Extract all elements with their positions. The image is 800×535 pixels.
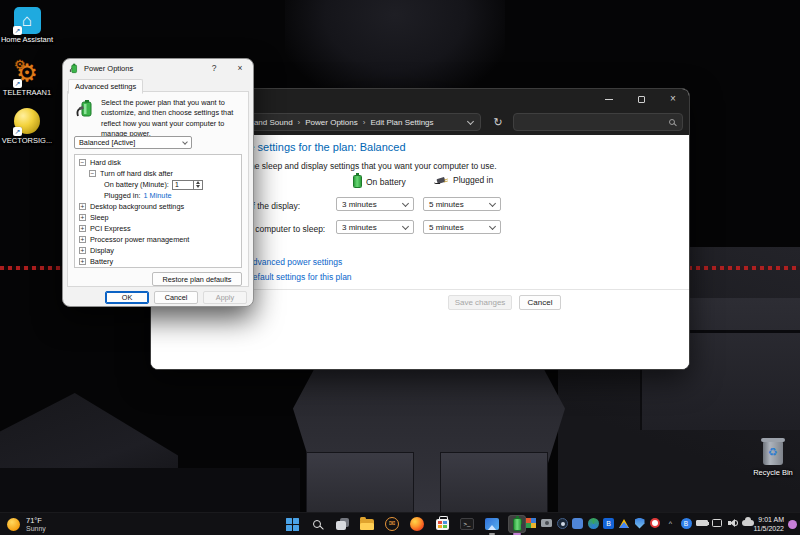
terminal-button[interactable]: >_	[458, 515, 476, 533]
windows-start-icon	[286, 518, 299, 531]
desktop-icon-label: VECTORSIG...	[0, 137, 54, 146]
display-on-battery-select[interactable]: 3 minutes	[336, 197, 414, 211]
tree-item-turn-off-hard-disk[interactable]: − Turn off hard disk after	[75, 168, 241, 179]
record-status-tray-icon[interactable]	[649, 517, 661, 529]
dialog-titlebar[interactable]: Power Options ? ×	[63, 59, 253, 77]
photos-icon	[485, 518, 499, 530]
network-globe-tray-icon[interactable]	[587, 517, 599, 529]
expand-icon[interactable]: +	[79, 203, 86, 210]
cancel-button[interactable]: Cancel	[154, 291, 198, 304]
tree-item-pci-express[interactable]: + PCI Express	[75, 223, 241, 234]
tree-item-processor-power[interactable]: + Processor power management	[75, 234, 241, 245]
sleep-on-battery-select[interactable]: 3 minutes	[336, 220, 414, 234]
search-input[interactable]	[513, 113, 683, 131]
tree-item-display[interactable]: + Display	[75, 245, 241, 256]
desktop-icon-recycle-bin[interactable]: ♻ Recycle Bin	[746, 438, 800, 478]
steam-tray-icon[interactable]	[556, 517, 568, 529]
weather-widget[interactable]: 71°F Sunny	[7, 513, 46, 535]
restore-plan-defaults-button[interactable]: Restore plan defaults	[152, 272, 242, 286]
shortcut-arrow-icon: ↗	[13, 79, 22, 88]
minutes-spinner[interactable]: 1	[172, 180, 203, 190]
collapse-icon[interactable]: −	[89, 170, 96, 177]
page-subtitle: Choose the sleep and display settings th…	[216, 161, 497, 171]
taskbar: 71°F Sunny ✉ >_	[0, 512, 800, 535]
notification-badge[interactable]	[788, 520, 797, 529]
desktop-icon-label: TELETRAAN1	[0, 89, 54, 98]
camera-tray-icon[interactable]	[541, 517, 553, 529]
chevron-down-icon[interactable]	[467, 117, 474, 124]
volume-tray-icon[interactable]	[727, 517, 739, 529]
tree-item-plugged-in: Plugged in: 1 Minute	[75, 190, 241, 201]
battery-tray-icon[interactable]	[696, 517, 708, 529]
minimize-button[interactable]	[593, 89, 625, 109]
display-plugged-in-select[interactable]: 5 minutes	[423, 197, 501, 211]
spinner-value[interactable]: 1	[173, 181, 193, 189]
tree-item-label: Battery	[90, 257, 113, 266]
recycle-bin-icon: ♻	[763, 441, 783, 465]
photos-button[interactable]	[483, 515, 501, 533]
cancel-button[interactable]: Cancel	[519, 295, 561, 310]
google-drive-tray-icon[interactable]	[618, 517, 630, 529]
task-view-button[interactable]	[333, 515, 351, 533]
folder-icon	[360, 519, 374, 530]
sleep-plugged-in-select[interactable]: 5 minutes	[423, 220, 501, 234]
select-value: 5 minutes	[429, 200, 464, 209]
select-value: 3 minutes	[342, 200, 377, 209]
store-button[interactable]	[433, 515, 451, 533]
phone-link-tray-icon[interactable]	[711, 517, 723, 529]
dialog-description: Select the power plan that you want to c…	[101, 98, 242, 139]
tree-item-sleep[interactable]: + Sleep	[75, 212, 241, 223]
taskbar-clock[interactable]: 9:01 AM 11/5/2022	[753, 513, 784, 535]
apply-button[interactable]: Apply	[203, 291, 247, 304]
close-button[interactable]: ×	[234, 63, 246, 73]
onedrive-tray-icon[interactable]	[742, 517, 754, 529]
firefox-button[interactable]	[408, 515, 426, 533]
collapse-icon[interactable]: −	[79, 159, 86, 166]
tab-advanced-settings[interactable]: Advanced settings	[68, 79, 143, 94]
tree-item-desktop-background[interactable]: + Desktop background settings	[75, 201, 241, 212]
bluetooth-tray-icon[interactable]: B	[680, 517, 692, 529]
refresh-icon[interactable]	[489, 113, 507, 131]
save-changes-button[interactable]: Save changes	[448, 295, 512, 310]
tree-item-hard-disk[interactable]: − Hard disk	[75, 157, 241, 168]
power-options-taskbar-button[interactable]	[508, 515, 526, 533]
expand-icon[interactable]: +	[79, 225, 86, 232]
plugged-in-value-link[interactable]: 1 Minute	[144, 191, 172, 200]
spinner-buttons[interactable]	[193, 181, 202, 189]
letter-b-app-tray-icon[interactable]: B	[603, 517, 615, 529]
mail-icon: ✉	[385, 517, 399, 531]
search-icon	[313, 520, 321, 528]
spinner-down-icon[interactable]	[194, 185, 202, 189]
expand-icon[interactable]: +	[79, 214, 86, 221]
discord-tray-icon[interactable]	[572, 517, 584, 529]
expand-icon[interactable]: +	[79, 258, 86, 265]
ok-button[interactable]: OK	[105, 291, 149, 304]
tree-item-battery[interactable]: + Battery	[75, 256, 241, 267]
security-shield-tray-icon[interactable]	[634, 517, 646, 529]
file-explorer-button[interactable]	[358, 515, 376, 533]
task-view-icon	[336, 518, 349, 530]
tree-item-label: Plugged in:	[104, 191, 141, 200]
close-button[interactable]: ×	[657, 89, 689, 109]
expand-icon[interactable]: +	[79, 236, 86, 243]
breadcrumb-item-power-options[interactable]: Power Options	[305, 118, 357, 127]
start-button[interactable]	[283, 515, 301, 533]
desktop-icon-teletraan1[interactable]: ⚙⚙ ↗ TELETRAAN1	[0, 58, 54, 98]
power-plan-select[interactable]: Balanced [Active]	[74, 136, 192, 149]
desktop-icon-home-assistant[interactable]: ⌂ ↗ Home Assistant	[0, 5, 54, 45]
help-button[interactable]: ?	[208, 63, 220, 73]
system-tray: B ^ B	[525, 517, 754, 529]
search-button[interactable]	[308, 515, 326, 533]
column-header-plugged-in: Plugged in	[435, 175, 493, 185]
hidden-icons-chevron[interactable]: ^	[665, 517, 677, 529]
maximize-button[interactable]	[625, 89, 657, 109]
mail-button[interactable]: ✉	[383, 515, 401, 533]
tree-item-label: Desktop background settings	[90, 202, 184, 211]
desktop-icon-vectorsig[interactable]: ↗ VECTORSIG...	[0, 106, 54, 146]
power-cord-icon	[75, 99, 95, 119]
tree-item-label: Turn off hard disk after	[100, 169, 173, 178]
media-player-tray-icon[interactable]	[525, 517, 537, 529]
expand-icon[interactable]: +	[79, 247, 86, 254]
terminal-icon: >_	[460, 518, 474, 530]
breadcrumb-item-edit-plan-settings[interactable]: Edit Plan Settings	[370, 118, 433, 127]
